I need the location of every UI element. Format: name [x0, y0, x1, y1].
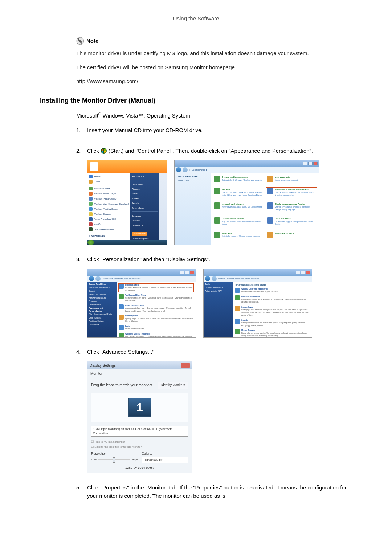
page-header: Using the Software	[40, 15, 352, 26]
colors-label: Colors:	[142, 451, 188, 456]
forward-button-icon[interactable]	[183, 167, 188, 172]
step-3-screenshots: Control Panel > Appearance and Personali…	[87, 269, 352, 338]
extend-desktop-checkbox[interactable]: ☐ Extend the desktop onto this monitor	[91, 445, 188, 449]
section-title: Installing the Monitor Driver (Manual)	[40, 96, 352, 106]
close-button[interactable]	[313, 162, 318, 165]
step-2-text: Click (Start) and "Control Panel". Then,…	[87, 147, 352, 155]
step-num-4: 4.	[76, 348, 87, 356]
resolution-value: 1280 by 1024 pixels	[91, 465, 188, 471]
step-2-screenshots: Internet E-mail Welcome Center Windows M…	[87, 160, 352, 245]
start-menu-user-area	[87, 160, 167, 173]
step-3-text: Click "Personalization" and then "Displa…	[87, 255, 352, 264]
personalization-main: Personalize appearance and sounds Window…	[233, 282, 312, 337]
step-2: 2. Click (Start) and "Control Panel". Th…	[76, 147, 352, 249]
steps-list: 1. Insert your Manual CD into your CD-RO…	[76, 126, 352, 505]
avatar	[90, 162, 98, 171]
top-divider	[40, 26, 352, 26]
step-num-3: 3.	[76, 255, 87, 264]
step-2-pre: Click	[87, 148, 101, 154]
step-5: 5. Click "Properties" in the "Monitor" t…	[76, 484, 352, 505]
note-text-2: The certified driver will be posted on S…	[76, 63, 352, 72]
windows-start-icon	[101, 148, 107, 154]
back-button-icon[interactable]	[176, 167, 181, 172]
step-num-2: 2.	[76, 147, 87, 155]
note-header: Note	[76, 37, 352, 45]
step-num-1: 1.	[76, 126, 87, 135]
step-5-text: Click "Properties" in the "Monitor" tab.…	[87, 484, 352, 500]
note-section: Note This monitor driver is under certif…	[76, 37, 352, 86]
main-monitor-checkbox[interactable]: ☐ This is my main monitor	[91, 440, 188, 444]
note-text-1: This monitor driver is under certifying …	[76, 49, 352, 58]
os-prefix: Microsoft	[76, 112, 98, 119]
screenshot-appearance-panel: Control Panel > Appearance and Personali…	[87, 269, 196, 338]
monitor-select[interactable]: 1. (Multiple Monitors) on NVIDIA GeForce…	[91, 426, 188, 437]
os-suffix: Windows Vista™, Operating System	[101, 112, 190, 119]
step-4-text: Click "Advanced Settings...".	[87, 348, 352, 356]
minimize-button[interactable]	[303, 162, 307, 165]
control-panel-sidebar: Control Panel Home Classic View	[175, 173, 211, 245]
bottom-divider	[40, 520, 352, 520]
note-url: http://www.samsung.com/	[76, 77, 352, 86]
os-line: Microsoft® Windows Vista™, Operating Sys…	[76, 111, 352, 120]
appearance-main: PersonalizationChange desktop background…	[117, 282, 196, 337]
start-button[interactable]	[87, 240, 94, 245]
appearance-sidebar: Control Panel Home System and Maintenanc…	[87, 282, 117, 337]
note-icon	[76, 37, 84, 45]
window-titlebar	[175, 160, 319, 167]
taskbar	[87, 240, 167, 245]
step-3: 3. Click "Personalization" and then "Dis…	[76, 255, 352, 341]
close-icon[interactable]	[181, 363, 190, 368]
step-1: 1. Insert your Manual CD into your CD-RO…	[76, 126, 352, 140]
maximize-button[interactable]	[308, 162, 313, 165]
personalization-link[interactable]: PersonalizationChange desktop background…	[119, 284, 193, 292]
control-panel-highlight[interactable]: Control Panel	[132, 232, 147, 236]
step-1-text: Insert your Manual CD into your CD-ROM d…	[87, 126, 352, 135]
step-4: 4. Click "Advanced Settings...". Display…	[76, 348, 352, 477]
svg-point-1	[101, 148, 107, 154]
dialog-title: Display Settings	[90, 363, 116, 368]
screenshot-start-menu: Internet E-mail Welcome Center Windows M…	[87, 160, 167, 245]
note-label: Note	[86, 37, 98, 45]
monitor-tab[interactable]: Monitor	[87, 369, 192, 378]
step-2-mid: (Start) and "Control Panel". Then, doubl…	[109, 148, 313, 154]
identify-monitors-button[interactable]: Identify Monitors	[158, 382, 188, 389]
colors-dropdown[interactable]: Highest (32 bit)	[142, 457, 188, 463]
drag-label: Drag the icons to match your monitors.	[91, 382, 154, 388]
resolution-label: Resolution:	[91, 451, 138, 456]
monitor-preview-area: 1	[91, 393, 188, 422]
screenshot-control-panel: ▸ Control Panel ▸ Control Panel Home Cla…	[174, 160, 319, 245]
start-menu-left: Internet E-mail Welcome Center Windows M…	[87, 173, 130, 240]
monitor-1-icon[interactable]: 1	[128, 398, 151, 417]
step-4-screenshots: Display Settings Monitor Drag the icons …	[87, 361, 352, 473]
start-menu-right: Administrator Documents Pictures Music G…	[130, 173, 159, 240]
control-panel-main: System and MaintenanceGet started with W…	[211, 173, 319, 245]
appearance-personalization-link[interactable]: Appearance and PersonalizationChange des…	[267, 188, 316, 200]
dialog-titlebar: Display Settings	[87, 361, 192, 369]
resolution-slider[interactable]: Low High	[91, 457, 138, 463]
personalization-sidebar: Tasks Change desktop icons Adjust font s…	[204, 282, 233, 337]
address-bar: ▸ Control Panel ▸	[175, 167, 319, 173]
step-num-5: 5.	[76, 484, 87, 492]
screenshot-display-settings: Display Settings Monitor Drag the icons …	[87, 361, 192, 473]
screenshot-personalization-panel: Appearance and Personalization > Persona…	[203, 269, 312, 338]
